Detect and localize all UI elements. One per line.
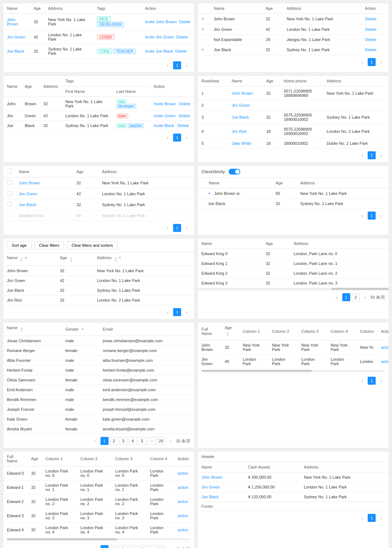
next-btn[interactable]: › [361, 293, 369, 301]
page-3-btn[interactable]: 3 [119, 437, 127, 445]
delete-link[interactable]: Delete [365, 27, 377, 32]
next-btn[interactable]: › [183, 134, 191, 142]
action-link[interactable]: action [178, 471, 188, 475]
checkstrictly-toggle[interactable] [229, 169, 240, 175]
prev-btn[interactable]: ‹ [164, 134, 172, 142]
action-link[interactable]: action [178, 499, 188, 504]
joe-black-link[interactable]: Joe Black [7, 49, 24, 53]
addr-sort-icon[interactable]: ▲▼ [114, 257, 117, 263]
page-1-btn[interactable]: 1 [368, 212, 376, 220]
prev-btn[interactable]: ‹ [358, 514, 366, 522]
page-1-btn[interactable]: 1 [101, 437, 109, 445]
page-20-btn[interactable]: 20 [157, 437, 165, 445]
next-btn[interactable]: › [377, 377, 385, 385]
delete-link[interactable]: Delete [179, 102, 191, 106]
invite-link[interactable]: Invite Black [154, 123, 174, 128]
name-link[interactable]: John Brown [201, 475, 222, 479]
page-4-btn[interactable]: 4 [129, 437, 137, 445]
page-1-btn[interactable]: 1 [342, 293, 350, 301]
name-link[interactable]: Jim Green [201, 485, 220, 489]
page-1-btn[interactable]: 1 [173, 308, 181, 316]
page-4-btn[interactable]: 4 [129, 545, 137, 548]
next-btn[interactable]: › [183, 61, 191, 69]
prev-btn[interactable]: ‹ [164, 61, 172, 69]
page-3-btn[interactable]: 3 [119, 545, 127, 548]
action-link[interactable]: action [178, 514, 188, 518]
row-checkbox[interactable] [7, 202, 12, 206]
name-link[interactable]: Jim Green [232, 103, 250, 107]
john-brown-link[interactable]: John Brown [7, 17, 18, 26]
select-all-checkbox[interactable] [7, 169, 12, 173]
clear-filters-sorters-btn[interactable]: Clear filters and sorters [67, 241, 118, 249]
delete-john-link[interactable]: Delete [179, 20, 191, 24]
page-1-btn[interactable]: 1 [173, 224, 181, 232]
page-1-btn[interactable]: 1 [101, 545, 109, 548]
next-btn[interactable]: › [377, 514, 385, 522]
page-5-btn[interactable]: 5 [138, 545, 146, 548]
page-2-btn[interactable]: 2 [110, 545, 118, 548]
addr-filter-icon[interactable]: ▼ [118, 256, 122, 260]
h-scrollbar-thumb[interactable] [7, 538, 117, 540]
invite-joe-link[interactable]: Invite Joe Black [145, 49, 173, 53]
page-1-btn[interactable]: 1 [173, 61, 181, 69]
h-scrollbar[interactable] [201, 370, 385, 372]
name-link[interactable]: Jake White [232, 141, 251, 146]
clear-filters-btn[interactable]: Clear filters [34, 241, 64, 249]
delete-link[interactable]: Delete [365, 48, 377, 52]
sort-age-btn[interactable]: Sort age [7, 241, 32, 249]
page-10-btn[interactable]: 10 [157, 545, 165, 548]
name-link[interactable]: Joe Black [201, 495, 219, 499]
name-link[interactable]: John Brown [19, 181, 40, 185]
page-5-btn[interactable]: 5 [138, 437, 146, 445]
invite-link[interactable]: Invite Green [154, 114, 176, 118]
expand-icon[interactable]: + [201, 27, 207, 32]
next-btn[interactable]: › [377, 212, 385, 220]
name-link[interactable]: John Brown [232, 91, 253, 95]
delete-joe-link[interactable]: Delete [175, 49, 187, 53]
row-checkbox[interactable] [7, 191, 12, 196]
next-btn[interactable]: › [183, 308, 191, 316]
page-1-btn[interactable]: 1 [368, 514, 376, 522]
page-1-btn[interactable]: 1 [368, 151, 376, 159]
name-filter-icon[interactable]: ▼ [24, 256, 28, 260]
name-link[interactable]: Jim Red [232, 129, 246, 134]
next-btn[interactable]: › [377, 58, 385, 66]
age-sort-icon[interactable]: ▲▼ [70, 257, 73, 263]
prev-btn[interactable]: ‹ [358, 151, 366, 159]
prev-btn[interactable]: ‹ [358, 212, 366, 220]
action-link[interactable]: action [178, 528, 188, 532]
name-link[interactable]: Jim Green [19, 192, 37, 196]
invite-john-link[interactable]: Invite John Brown [145, 20, 177, 24]
next-btn[interactable]: › [167, 545, 175, 548]
delete-link[interactable]: Delete [179, 114, 191, 118]
age-sort-icon[interactable]: ▲▼ [226, 331, 229, 337]
prev-btn[interactable]: ‹ [358, 58, 366, 66]
delete-jim-link[interactable]: Delete [176, 35, 188, 39]
next-btn[interactable]: › [377, 151, 385, 159]
name-link[interactable]: Joe Black [19, 203, 36, 207]
delete-link[interactable]: Delete [365, 37, 377, 42]
page-2-btn[interactable]: 2 [110, 437, 118, 445]
prev-btn[interactable]: ‹ [91, 545, 99, 548]
prev-btn[interactable]: ‹ [164, 308, 172, 316]
prev-btn[interactable]: ‹ [164, 224, 172, 232]
next-btn[interactable]: › [167, 437, 175, 445]
action-link[interactable]: action [178, 485, 188, 490]
prev-btn[interactable]: ‹ [358, 377, 366, 385]
invite-jim-link[interactable]: Invite Jim Green [145, 35, 174, 39]
name-sort-icon[interactable]: ▲▼ [20, 257, 23, 263]
scrollbar-thumb[interactable] [331, 288, 389, 290]
page-1-btn[interactable]: 1 [173, 134, 181, 142]
delete-link[interactable]: Delete [177, 123, 189, 128]
h-scrollbar-thumb[interactable] [201, 370, 312, 372]
h-scrollbar[interactable] [7, 538, 191, 540]
row-checkbox[interactable] [7, 180, 12, 185]
jim-green-link[interactable]: Jim Green [7, 35, 25, 39]
name-link[interactable]: Joe Black [232, 115, 249, 119]
expand-icon[interactable]: + [201, 47, 207, 52]
expand-icon[interactable]: + [208, 191, 213, 196]
prev-btn[interactable]: ‹ [333, 293, 341, 301]
page-2-btn[interactable]: 2 [352, 293, 360, 301]
action-link[interactable]: action [381, 359, 389, 364]
delete-link[interactable]: Delete [365, 17, 377, 21]
